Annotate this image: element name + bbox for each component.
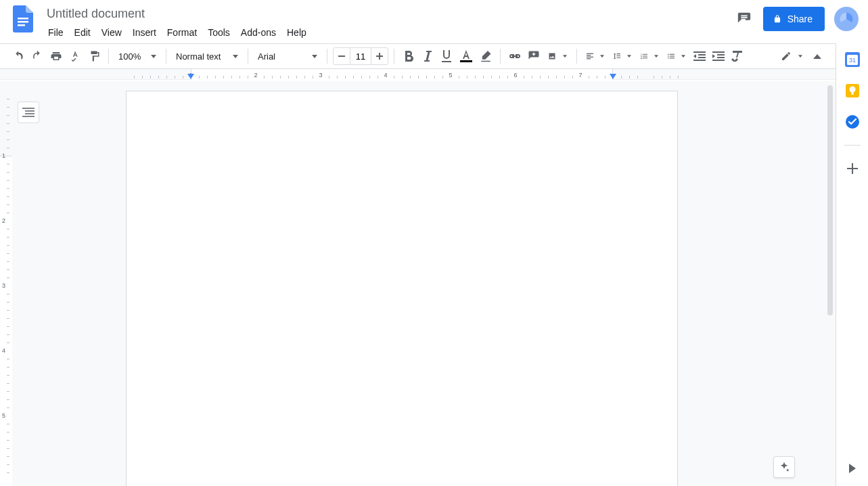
document-canvas: 12345: [0, 81, 836, 486]
share-label: Share: [787, 14, 813, 24]
comment-history-button[interactable]: [735, 9, 754, 28]
svg-point-11: [668, 58, 669, 59]
svg-point-10: [668, 56, 669, 57]
separator: [248, 49, 248, 64]
svg-rect-19: [712, 51, 725, 53]
svg-rect-23: [22, 108, 35, 109]
side-panel-separator: [844, 145, 861, 146]
font-size-value[interactable]: 11: [350, 48, 371, 64]
insert-link-button[interactable]: [506, 47, 524, 65]
decrease-indent-button[interactable]: [691, 47, 708, 65]
menu-addons[interactable]: Add-ons: [236, 24, 281, 41]
paragraph-style-dropdown[interactable]: Normal text: [172, 47, 242, 65]
redo-button[interactable]: [28, 47, 46, 65]
svg-rect-8: [587, 58, 591, 59]
header-right: Share: [735, 7, 859, 31]
add-comment-button[interactable]: [525, 47, 543, 65]
caret-down-icon: [151, 55, 156, 58]
hide-side-panel-button[interactable]: [844, 460, 861, 477]
paragraph-style-value: Normal text: [176, 51, 221, 62]
caret-down-icon: [798, 55, 802, 58]
caret-down-icon: [600, 55, 604, 58]
get-addons-button[interactable]: [844, 160, 861, 177]
caret-down-icon: [627, 55, 631, 58]
menu-view[interactable]: View: [97, 24, 127, 41]
svg-rect-26: [22, 116, 35, 117]
svg-rect-7: [587, 57, 593, 58]
keep-addon-icon[interactable]: [844, 83, 861, 99]
svg-rect-21: [717, 54, 725, 56]
highlight-color-button[interactable]: [477, 47, 495, 65]
svg-rect-2: [18, 24, 25, 26]
menu-edit[interactable]: Edit: [70, 24, 95, 41]
insert-image-button[interactable]: [544, 47, 571, 65]
caret-down-icon: [654, 55, 658, 58]
numbered-list-button[interactable]: [637, 47, 662, 65]
print-button[interactable]: [47, 47, 65, 65]
align-button[interactable]: [583, 47, 608, 65]
svg-rect-22: [717, 57, 725, 58]
title-block: Untitled document File Edit View Insert …: [43, 4, 735, 41]
svg-rect-16: [693, 60, 706, 61]
svg-rect-25: [25, 113, 35, 114]
italic-button[interactable]: [419, 47, 436, 65]
vertical-ruler[interactable]: 12345: [0, 81, 12, 486]
bulleted-list-button[interactable]: [664, 47, 689, 65]
menu-insert[interactable]: Insert: [128, 24, 161, 41]
underline-button[interactable]: [438, 47, 455, 65]
account-avatar[interactable]: [834, 7, 859, 31]
menu-format[interactable]: Format: [162, 24, 202, 41]
calendar-addon-icon[interactable]: 31: [844, 51, 861, 68]
font-size-increase[interactable]: [371, 48, 388, 64]
separator: [576, 49, 577, 64]
editing-mode-button[interactable]: [776, 47, 807, 65]
caret-down-icon: [233, 55, 238, 58]
side-panel: 31: [836, 43, 868, 486]
docs-home-icon[interactable]: [9, 5, 37, 32]
svg-rect-17: [698, 54, 706, 56]
svg-point-9: [668, 53, 669, 55]
paint-format-button[interactable]: [85, 47, 103, 65]
svg-rect-32: [851, 92, 853, 95]
menu-tools[interactable]: Tools: [203, 24, 235, 41]
svg-text:31: 31: [848, 57, 855, 64]
tasks-addon-icon[interactable]: [844, 114, 861, 130]
undo-button[interactable]: [9, 47, 27, 65]
increase-indent-button[interactable]: [710, 47, 727, 65]
zoom-dropdown[interactable]: 100%: [114, 47, 160, 65]
font-family-value: Arial: [258, 51, 275, 62]
separator: [327, 49, 327, 64]
zoom-value: 100%: [118, 51, 141, 62]
separator: [394, 49, 394, 64]
svg-point-31: [849, 87, 855, 93]
vertical-scrollbar[interactable]: [827, 85, 833, 315]
collapse-toolbar-button[interactable]: [808, 47, 826, 65]
show-outline-button[interactable]: [18, 102, 39, 123]
line-spacing-button[interactable]: [610, 47, 635, 65]
menu-file[interactable]: File: [43, 24, 68, 41]
page[interactable]: [126, 91, 678, 486]
font-size-decrease[interactable]: [334, 48, 350, 64]
spellcheck-button[interactable]: [66, 47, 84, 65]
document-title[interactable]: Untitled document: [43, 4, 148, 23]
svg-rect-24: [25, 110, 35, 112]
menu-bar: File Edit View Insert Format Tools Add-o…: [43, 24, 735, 41]
text-color-button[interactable]: [457, 47, 476, 65]
svg-rect-5: [587, 53, 593, 54]
horizontal-ruler[interactable]: 1234567: [0, 69, 836, 80]
separator: [166, 49, 166, 64]
svg-rect-4: [338, 56, 345, 57]
svg-rect-20: [712, 60, 725, 61]
svg-rect-12: [670, 54, 675, 55]
share-button[interactable]: Share: [763, 7, 825, 31]
explore-button[interactable]: [773, 456, 795, 478]
svg-rect-18: [698, 57, 706, 58]
svg-rect-14: [670, 58, 675, 58]
toolbar: 100% Normal text Arial 11: [0, 43, 836, 69]
lock-icon: [773, 14, 782, 24]
menu-help[interactable]: Help: [282, 24, 311, 41]
svg-rect-1: [18, 21, 28, 23]
clear-formatting-button[interactable]: [729, 47, 746, 65]
bold-button[interactable]: [400, 47, 417, 65]
font-family-dropdown[interactable]: Arial: [254, 47, 321, 65]
